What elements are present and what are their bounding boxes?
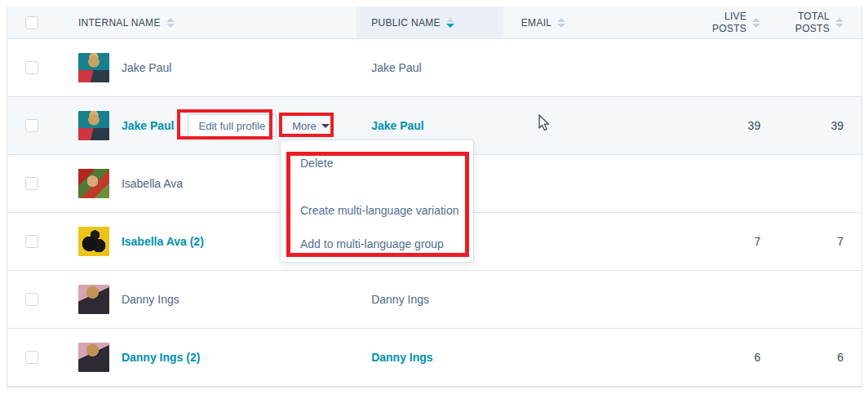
row-checkbox[interactable] — [25, 293, 38, 306]
menu-item-delete[interactable]: Delete — [300, 157, 333, 170]
total-posts-cell: 39 — [777, 119, 861, 132]
select-all-checkbox[interactable] — [25, 16, 38, 29]
menu-item-add-to-multi-language-group[interactable]: Add to multi-language group — [300, 237, 444, 250]
column-header-label: INTERNAL NAME — [78, 17, 161, 29]
row-select-cell — [7, 351, 66, 364]
internal-name-link[interactable]: Jake Paul — [122, 119, 175, 132]
author-avatar — [78, 169, 109, 198]
column-header-label: EMAIL — [521, 17, 552, 29]
row-checkbox[interactable] — [25, 61, 38, 74]
public-name-cell: Danny Ings — [356, 293, 503, 306]
row-checkbox[interactable] — [25, 235, 38, 248]
sort-icon — [166, 18, 175, 28]
column-header-total-posts[interactable]: TOTAL POSTS — [777, 7, 861, 38]
row-checkbox[interactable] — [25, 119, 38, 132]
public-name-link[interactable]: Jake Paul — [371, 61, 421, 74]
more-dropdown-menu: Delete Create multi-language variation A… — [280, 139, 474, 263]
column-header-email[interactable]: EMAIL — [503, 7, 653, 38]
sort-icon — [557, 18, 565, 28]
select-all-cell — [7, 7, 66, 38]
chevron-down-icon — [321, 124, 330, 128]
total-posts-cell: 7 — [777, 235, 861, 248]
row-select-cell — [7, 119, 66, 132]
live-posts-cell: 7 — [652, 235, 777, 248]
public-name-cell: Danny Ings — [356, 351, 503, 364]
internal-name-cell: Jake Paul Edit full profile More — [66, 111, 356, 140]
row-checkbox[interactable] — [25, 177, 38, 190]
table-row: Danny Ings Danny Ings — [7, 271, 861, 329]
author-avatar — [78, 285, 109, 314]
internal-name-cell: Danny Ings — [66, 285, 356, 314]
row-select-cell — [7, 177, 66, 190]
row-checkbox[interactable] — [25, 351, 38, 364]
total-posts-cell: 6 — [777, 351, 861, 364]
internal-name-link[interactable]: Isabella Ava (2) — [122, 235, 204, 248]
total-posts-value: 6 — [837, 351, 844, 364]
live-posts-value: 6 — [754, 351, 760, 364]
internal-name-link[interactable]: Isabella Ava — [122, 177, 183, 190]
row-select-cell — [7, 235, 66, 248]
row-select-cell — [7, 293, 66, 306]
public-name-link[interactable]: Danny Ings — [371, 293, 429, 306]
sort-icon — [752, 18, 760, 28]
author-avatar — [78, 343, 109, 372]
live-posts-value: 39 — [748, 119, 761, 132]
column-header-label: PUBLIC NAME — [371, 17, 441, 29]
author-avatar — [78, 227, 109, 256]
live-posts-cell: 6 — [652, 351, 777, 364]
live-posts-value: 7 — [754, 235, 760, 248]
column-header-internal-name[interactable]: INTERNAL NAME — [66, 7, 356, 38]
public-name-link[interactable]: Danny Ings — [371, 351, 432, 364]
edit-full-profile-button[interactable]: Edit full profile — [188, 114, 277, 137]
sort-icon — [835, 18, 844, 28]
author-avatar — [78, 111, 109, 140]
table-row: Danny Ings (2) Danny Ings 6 6 — [7, 329, 861, 387]
column-header-label: TOTAL POSTS — [792, 11, 830, 35]
table-row: Jake Paul Jake Paul — [7, 39, 861, 97]
author-avatar — [78, 53, 109, 82]
authors-table-page: INTERNAL NAME PUBLIC NAME EMAIL LIVE POS… — [0, 0, 868, 394]
public-name-link[interactable]: Jake Paul — [371, 119, 424, 132]
row-select-cell — [7, 61, 66, 74]
more-label: More — [292, 120, 317, 132]
sort-icon-descending — [446, 18, 454, 28]
internal-name-link[interactable]: Danny Ings — [122, 293, 179, 306]
column-header-public-name[interactable]: PUBLIC NAME — [356, 7, 503, 38]
live-posts-cell: 39 — [652, 119, 777, 132]
public-name-cell: Jake Paul — [356, 119, 503, 132]
total-posts-value: 7 — [837, 235, 844, 248]
column-header-label: LIVE POSTS — [709, 11, 746, 35]
table-header-row: INTERNAL NAME PUBLIC NAME EMAIL LIVE POS… — [7, 7, 861, 39]
column-header-live-posts[interactable]: LIVE POSTS — [652, 7, 777, 38]
public-name-cell: Jake Paul — [356, 61, 503, 74]
internal-name-cell: Danny Ings (2) — [66, 343, 356, 372]
internal-name-link[interactable]: Jake Paul — [122, 61, 171, 74]
internal-name-link[interactable]: Danny Ings (2) — [122, 351, 200, 364]
total-posts-value: 39 — [830, 119, 844, 132]
menu-item-create-multi-language-variation[interactable]: Create multi-language variation — [300, 204, 459, 217]
more-dropdown-button[interactable]: More — [292, 120, 330, 132]
internal-name-cell: Jake Paul — [66, 53, 356, 82]
